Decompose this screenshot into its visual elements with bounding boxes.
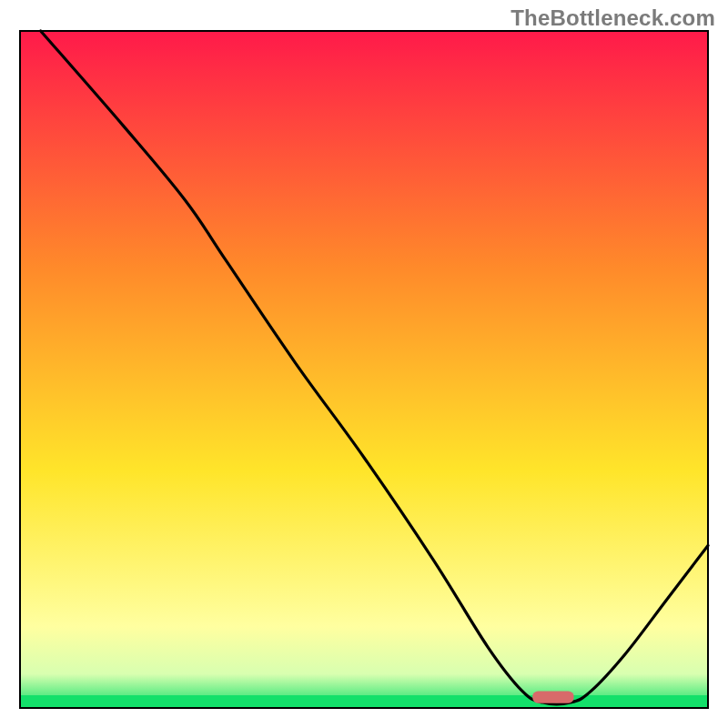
plot-gradient-background [20, 31, 708, 708]
watermark-text: TheBottleneck.com [511, 5, 715, 31]
bottleneck-chart: TheBottleneck.com [0, 0, 728, 728]
plot-area [20, 31, 708, 708]
optimal-marker [532, 691, 573, 703]
plot-green-band [20, 695, 708, 708]
chart-canvas [0, 0, 728, 728]
